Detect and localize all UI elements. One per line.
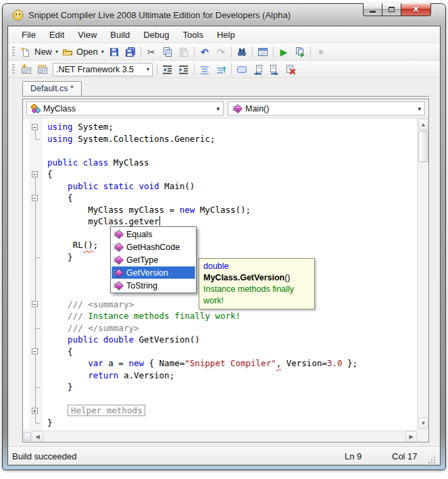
indent-button[interactable] <box>176 62 192 77</box>
code-line[interactable]: −{ <box>23 168 417 180</box>
previous-document-button[interactable] <box>250 62 266 77</box>
menu-file[interactable]: File <box>15 28 43 42</box>
menu-view[interactable]: View <box>71 28 103 42</box>
redo-button[interactable]: ↷ <box>213 45 229 59</box>
stop-button[interactable]: ■ <box>313 45 329 59</box>
code-line[interactable]: myClass.getver <box>23 216 417 228</box>
code-line[interactable]: − { <box>23 346 417 358</box>
toolbar-separator <box>194 64 195 75</box>
menu-debug[interactable]: Debug <box>136 28 176 42</box>
new-button[interactable]: New ▾ <box>18 45 60 59</box>
resize-grip[interactable] <box>427 455 436 464</box>
code-line[interactable]: public class MyClass <box>23 157 417 169</box>
code-line[interactable]: } <box>23 381 417 393</box>
scroll-right-button[interactable]: ▶ <box>405 431 417 443</box>
code-line[interactable]: /// Instance methods finally work! <box>23 310 417 322</box>
surround-with-snippet-button[interactable] <box>34 62 51 77</box>
intellisense-item-equals[interactable]: Equals <box>111 228 195 241</box>
code-text: } <box>41 382 73 392</box>
menu-help[interactable]: Help <box>210 28 242 42</box>
delete-document-button[interactable] <box>282 62 299 77</box>
scroll-left-button[interactable]: ◀ <box>32 431 43 443</box>
code-line[interactable]: + Helper methods <box>23 405 417 417</box>
stop-icon: ■ <box>318 47 323 57</box>
code-line[interactable]: − { <box>23 192 417 204</box>
splitter-box[interactable] <box>24 432 31 441</box>
format-selection-button[interactable] <box>197 62 213 77</box>
intellisense-item-gettype[interactable]: GetType <box>111 253 195 266</box>
document-delete-icon <box>285 64 296 75</box>
intellisense-item-getversion[interactable]: GetVersion <box>111 266 195 279</box>
fold-marker-minus[interactable]: − <box>30 121 41 133</box>
code-line[interactable] <box>23 393 417 405</box>
fold-marker-minus[interactable]: − <box>30 168 41 180</box>
horizontal-scrollbar[interactable]: ◀ ▶ <box>23 430 417 442</box>
menu-build[interactable]: Build <box>103 28 136 42</box>
open-dropdown-icon[interactable]: ▾ <box>101 49 104 55</box>
code-line[interactable]: return a.Version; <box>23 370 417 382</box>
code-text: { <box>41 347 73 357</box>
scroll-down-button[interactable]: ▼ <box>418 418 428 429</box>
menu-edit[interactable]: Edit <box>43 28 71 42</box>
menu-tools[interactable]: Tools <box>176 28 210 42</box>
fold-marker-plus2[interactable]: + <box>30 405 41 417</box>
open-button[interactable]: Open ▾ <box>60 45 106 59</box>
find-button[interactable] <box>234 45 250 59</box>
paste-button[interactable] <box>176 45 192 59</box>
intellisense-item-tostring[interactable]: ToString <box>111 279 195 292</box>
close-button[interactable]: ✕ <box>401 3 431 16</box>
find-binoculars-icon <box>237 47 247 57</box>
insert-snippet-button[interactable] <box>18 62 34 77</box>
code-area[interactable]: −using System;using System.Collections.G… <box>23 118 428 442</box>
copy-button[interactable] <box>159 45 176 59</box>
scroll-up-button[interactable]: ▲ <box>418 119 428 130</box>
output-window-button[interactable] <box>255 45 271 59</box>
undo-button[interactable]: ↶ <box>197 45 213 59</box>
code-line[interactable]: public static void Main() <box>23 180 417 193</box>
type-selector-combo[interactable]: MyClass ▾ <box>26 101 224 116</box>
cut-button[interactable]: ✂ <box>143 45 159 59</box>
code-line[interactable]: using System.Collections.Generic; <box>23 133 417 145</box>
maximize-button[interactable] <box>382 3 401 16</box>
paste-icon <box>178 47 189 57</box>
fold-marker-minus2[interactable]: − <box>30 192 41 204</box>
format-document-button[interactable] <box>213 62 229 77</box>
code-line[interactable] <box>23 145 417 157</box>
save-button[interactable] <box>106 45 122 59</box>
toolbar-grip[interactable] <box>12 47 15 57</box>
vertical-scrollbar[interactable]: ▲ ▼ <box>417 118 428 430</box>
framework-selector[interactable]: .NET Framework 3.5 ▾ <box>53 63 153 76</box>
run-button[interactable]: ▶ <box>276 45 292 59</box>
status-message: Build succeeded <box>12 451 345 461</box>
code-line[interactable] <box>23 228 417 240</box>
tab-default-cs[interactable]: Default.cs * <box>22 81 82 96</box>
document-arrow-right-icon <box>269 64 280 75</box>
outdent-button[interactable] <box>159 62 176 77</box>
next-document-button[interactable] <box>266 62 282 77</box>
code-line[interactable]: var a = new { Name="Snippet Compiler", V… <box>23 357 417 370</box>
quick-info-tooltip: double MyClass.GetVersion() Instance met… <box>199 258 315 309</box>
intellisense-item-gethashcode[interactable]: GetHashCode <box>111 241 195 253</box>
code-line[interactable]: } <box>23 417 417 429</box>
code-text: return a.Version; <box>41 370 174 380</box>
comment-box-button[interactable] <box>234 62 250 77</box>
fold-marker-minus2[interactable]: − <box>30 299 41 311</box>
redo-icon: ↷ <box>217 47 225 57</box>
code-line[interactable]: RL(); <box>23 239 417 251</box>
code-line[interactable]: MyClass myClass = new MyClass(); <box>23 204 417 216</box>
vertical-scroll-thumb[interactable] <box>418 131 428 162</box>
code-line[interactable]: public double GetVersion() <box>23 334 417 346</box>
new-dropdown-icon[interactable]: ▾ <box>55 49 58 55</box>
toolbar-grip[interactable] <box>12 64 15 75</box>
minimize-button[interactable] <box>363 3 382 16</box>
save-all-button[interactable] <box>122 45 139 59</box>
scrollbar-corner <box>417 430 428 442</box>
member-selector-combo[interactable]: Main() ▾ <box>228 101 425 116</box>
title-bar[interactable]: Snippet Compiler Live 2008 Ultimate Edit… <box>7 4 441 26</box>
fold-marker-line <box>30 275 41 287</box>
code-line[interactable]: /// </summary> <box>23 322 417 334</box>
run-selection-button[interactable] <box>292 45 308 59</box>
fold-marker-minus2[interactable]: − <box>30 346 41 358</box>
code-line[interactable]: −using System; <box>23 121 417 133</box>
app-window: Snippet Compiler Live 2008 Ultimate Edit… <box>2 3 446 470</box>
